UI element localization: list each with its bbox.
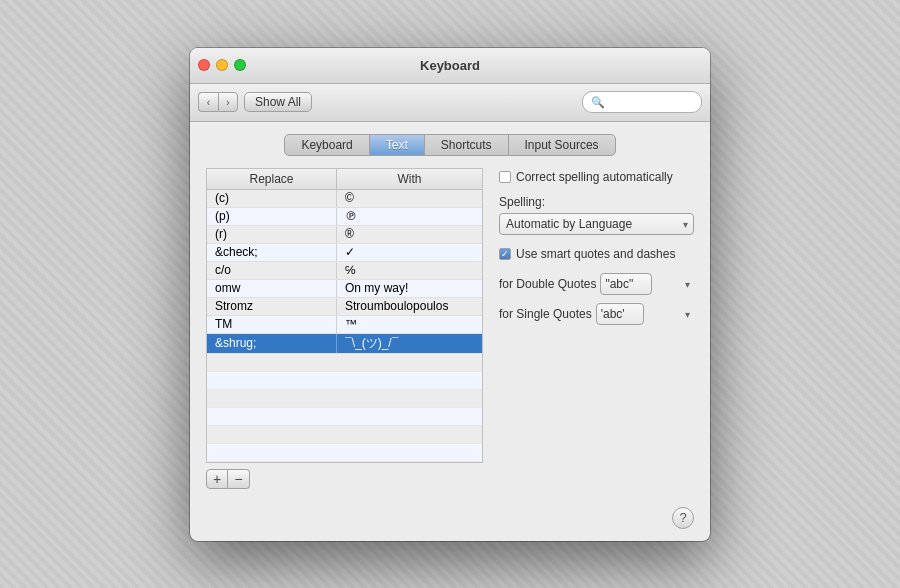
table-row[interactable]: (p) ℗ <box>207 208 482 226</box>
replace-column-header: Replace <box>207 169 337 189</box>
cell-replace: TM <box>207 316 337 333</box>
table-row[interactable]: Stromz Stroumboulopoulos <box>207 298 482 316</box>
right-panel: Correct spelling automatically Spelling:… <box>499 168 694 489</box>
cell-with: ® <box>337 226 482 243</box>
empty-row <box>207 408 482 426</box>
single-quotes-dropdown[interactable]: 'abc' 'abc' <box>596 303 644 325</box>
search-box[interactable]: 🔍 <box>582 91 702 113</box>
nav-forward-button[interactable]: › <box>218 92 238 112</box>
empty-rows <box>207 354 482 462</box>
keyboard-preferences-window: Keyboard ‹ › Show All 🔍 Keyboard Text Sh… <box>190 48 710 541</box>
double-quotes-dropdown[interactable]: "abc" 'abc' <box>600 273 652 295</box>
close-button[interactable] <box>198 59 210 71</box>
cell-replace: (p) <box>207 208 337 225</box>
maximize-button[interactable] <box>234 59 246 71</box>
double-quotes-section: for Double Quotes "abc" 'abc' <box>499 273 694 295</box>
empty-row <box>207 372 482 390</box>
single-quotes-label: for Single Quotes <box>499 307 592 321</box>
empty-row <box>207 390 482 408</box>
smart-quotes-row: ✓ Use smart quotes and dashes <box>499 247 694 263</box>
cell-with: ¯\_(ツ)_/¯ <box>337 334 482 353</box>
cell-replace: Stromz <box>207 298 337 315</box>
nav-back-button[interactable]: ‹ <box>198 92 218 112</box>
table-controls: + − <box>206 469 483 489</box>
cell-with: ™ <box>337 316 482 333</box>
tab-input-sources[interactable]: Input Sources <box>509 135 615 155</box>
cell-with: ✓ <box>337 244 482 261</box>
spelling-dropdown[interactable]: Automatic by Language English French <box>499 213 694 235</box>
main-content: Keyboard Text Shortcuts Input Sources Re… <box>190 122 710 505</box>
correct-spelling-row: Correct spelling automatically <box>499 170 694 186</box>
toolbar: ‹ › Show All 🔍 <box>190 84 710 122</box>
cell-with: ℅ <box>337 262 482 279</box>
cell-replace: (c) <box>207 190 337 207</box>
empty-row <box>207 444 482 462</box>
table-row[interactable]: (r) ® <box>207 226 482 244</box>
single-quotes-row: for Single Quotes 'abc' 'abc' <box>499 303 694 325</box>
single-quotes-select-wrapper: 'abc' 'abc' <box>596 303 694 325</box>
smart-quotes-label: Use smart quotes and dashes <box>516 247 675 263</box>
cell-replace: omw <box>207 280 337 297</box>
window-title: Keyboard <box>420 58 480 73</box>
empty-row <box>207 426 482 444</box>
tab-keyboard[interactable]: Keyboard <box>285 135 369 155</box>
spelling-label: Spelling: <box>499 195 694 209</box>
cell-with: ℗ <box>337 208 482 225</box>
cell-replace: &shrug; <box>207 334 337 353</box>
with-column-header: With <box>337 169 482 189</box>
table-row[interactable]: omw On my way! <box>207 280 482 298</box>
table-row[interactable]: &check; ✓ <box>207 244 482 262</box>
remove-replacement-button[interactable]: − <box>228 469 250 489</box>
table-row[interactable]: TM ™ <box>207 316 482 334</box>
double-quotes-label: for Double Quotes <box>499 277 596 291</box>
tab-bar: Keyboard Text Shortcuts Input Sources <box>284 134 615 156</box>
empty-row <box>207 354 482 372</box>
text-replacements-table-section: Replace With (c) © (p) ℗ <box>206 168 483 489</box>
traffic-lights <box>198 59 246 71</box>
tab-text[interactable]: Text <box>370 135 425 155</box>
cell-replace: c/o <box>207 262 337 279</box>
table-row[interactable]: (c) © <box>207 190 482 208</box>
show-all-button[interactable]: Show All <box>244 92 312 112</box>
spelling-select-wrapper: Automatic by Language English French <box>499 213 694 235</box>
tab-shortcuts[interactable]: Shortcuts <box>425 135 509 155</box>
help-button[interactable]: ? <box>672 507 694 529</box>
cell-with: On my way! <box>337 280 482 297</box>
smart-quotes-checkbox[interactable]: ✓ <box>499 248 511 260</box>
minimize-button[interactable] <box>216 59 228 71</box>
cell-replace: (r) <box>207 226 337 243</box>
cell-replace: &check; <box>207 244 337 261</box>
titlebar: Keyboard <box>190 48 710 84</box>
table-row-selected[interactable]: &shrug; ¯\_(ツ)_/¯ <box>207 334 482 354</box>
single-quotes-section: for Single Quotes 'abc' 'abc' <box>499 303 694 325</box>
table-row[interactable]: c/o ℅ <box>207 262 482 280</box>
window-footer: ? <box>190 505 710 541</box>
table-body: (c) © (p) ℗ (r) ® &check; <box>206 189 483 463</box>
cell-with: Stroumboulopoulos <box>337 298 482 315</box>
double-quotes-row: for Double Quotes "abc" 'abc' <box>499 273 694 295</box>
add-replacement-button[interactable]: + <box>206 469 228 489</box>
double-quotes-select-wrapper: "abc" 'abc' <box>600 273 694 295</box>
nav-buttons: ‹ › <box>198 92 238 112</box>
search-icon: 🔍 <box>591 96 605 109</box>
correct-spelling-checkbox[interactable] <box>499 171 511 183</box>
tab-content: Replace With (c) © (p) ℗ <box>206 168 694 489</box>
spelling-section: Spelling: Automatic by Language English … <box>499 195 694 235</box>
table-header: Replace With <box>206 168 483 189</box>
cell-with: © <box>337 190 482 207</box>
tab-bar-container: Keyboard Text Shortcuts Input Sources <box>206 134 694 156</box>
correct-spelling-label: Correct spelling automatically <box>516 170 673 186</box>
